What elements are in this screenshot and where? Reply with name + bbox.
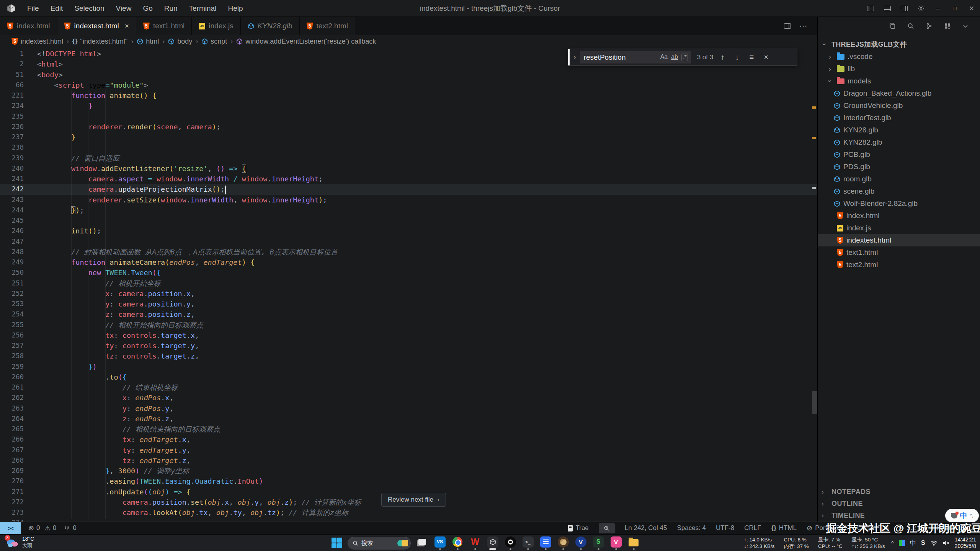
copy-pages-icon[interactable] [889,23,896,29]
tree-item-InteriorTest.glb[interactable]: InteriorTest.glb [818,112,980,124]
code-line-66[interactable]: 66 <script type="module"> [0,80,817,90]
menu-terminal[interactable]: Terminal [183,4,222,13]
tree-item-text1.html[interactable]: 5text1.html [818,246,980,259]
tree-item-KYN28.glb[interactable]: KYN28.glb [818,124,980,136]
trae-indicator[interactable]: Trae [568,524,588,532]
extensions-icon[interactable] [944,23,951,29]
tree-item-indextest.html[interactable]: 5indextest.html [818,234,980,246]
volume-muted-icon[interactable] [942,540,950,546]
code-line-274[interactable]: 274 [0,518,817,522]
code-editor[interactable]: 1<!DOCTYPE html>2<html>51<body>66 <scrip… [0,47,817,522]
split-editor-icon[interactable] [784,23,791,29]
breadcrumb-item[interactable]: window.addEventListener('resize') callba… [236,37,376,46]
ime-mode-indicator[interactable]: 中 [910,539,916,547]
tree-item-text2.html[interactable]: 5text2.html [818,259,980,271]
code-line-234[interactable]: 234 } [0,101,817,111]
sogou-icon[interactable]: S [921,540,925,546]
color-ime-icon[interactable] [899,540,905,546]
tree-item-scene.glb[interactable]: scene.glb [818,185,980,197]
tree-item-room.glb[interactable]: room.glb [818,173,980,185]
code-line-221[interactable]: 221 function animate() { [0,90,817,101]
close-icon[interactable]: × [125,22,129,30]
close-button[interactable]: × [963,0,980,17]
code-line-265[interactable]: 265 // 相机结束指向的目标观察点 [0,424,817,434]
match-case-icon[interactable]: Aa [660,54,668,61]
tree-item-GroundVehicle.glb[interactable]: GroundVehicle.glb [818,99,980,112]
code-line-263[interactable]: 263 y: endPos.y, [0,403,817,414]
code-line-238[interactable]: 238 [0,142,817,153]
code-line-245[interactable]: 245 [0,215,817,226]
code-line-266[interactable]: 266 tx: endTarget.x, [0,434,817,445]
tree-item-.vscode[interactable]: ›.vscode [818,51,980,63]
status-spaces-4[interactable]: Spaces: 4 [677,524,706,532]
code-line-246[interactable]: 246 init(); [0,226,817,236]
code-line-259[interactable]: 259 }) [0,362,817,372]
code-line-252[interactable]: 252 x: camera.position.x, [0,289,817,299]
tree-item-index.js[interactable]: JSindex.js [818,222,980,234]
stat-column[interactable]: 显卡: 7 %CPU: -- °C [818,536,843,549]
code-line-242[interactable]: 242 camera.updateProjectionMatrix(); [0,184,817,194]
tree-item-KYN282.glb[interactable]: KYN282.glb [818,136,980,148]
find-close-icon[interactable]: × [761,53,771,62]
breadcrumb-item[interactable]: 5indextest.html [11,37,63,46]
code-line-239[interactable]: 239 // 窗口自适应 [0,153,817,163]
code-line-247[interactable]: 247 [0,236,817,247]
tab-index.html[interactable]: 5index.html [0,17,57,35]
menu-go[interactable]: Go [137,4,158,13]
problems-indicator[interactable]: ⊗ 0 ⚠ 0 [28,524,56,532]
taskbar-app-wps[interactable]: W [469,535,482,551]
code-line-244[interactable]: 244 }); [0,205,817,215]
taskbar-app-darkapp[interactable]: S [592,535,605,551]
code-line-237[interactable]: 237 } [0,132,817,142]
stat-column[interactable]: ↑: 14.0 KB/s↓: 242.3 KB/s [744,536,774,549]
code-line-236[interactable]: 236 renderer.render(scene, camera); [0,122,817,132]
ime-indicator[interactable]: 中 °, [945,509,979,522]
tree-item-lib[interactable]: ›lib [818,63,980,75]
code-line-261[interactable]: 261 // 结束相机坐标 [0,382,817,393]
code-line-254[interactable]: 254 z: camera.position.z, [0,309,817,320]
toggle-sidebar-right-icon[interactable] [896,0,913,17]
minimize-button[interactable]: – [929,0,946,17]
breadcrumb-item[interactable]: body [168,37,192,46]
taskbar-app-folder[interactable] [627,535,640,551]
wifi-icon[interactable] [930,540,938,546]
find-next-icon[interactable]: ↓ [732,53,742,62]
taskbar-app-cursor[interactable] [486,535,499,551]
taskbar-app-terminal[interactable]: >_ [521,535,534,551]
code-line-243[interactable]: 243 renderer.setSize(window.innerWidth, … [0,195,817,205]
tab-KYN28.glb[interactable]: KYN28.glb [241,17,300,35]
code-line-267[interactable]: 267 ty: endTarget.y, [0,445,817,455]
code-line-250[interactable]: 250 new TWEEN.Tween({ [0,267,817,278]
tab-text1.html[interactable]: 5text1.html [136,17,192,35]
section-outline[interactable]: ›OUTLINE [818,498,980,510]
tree-item-PCB.glb[interactable]: PCB.glb [818,148,980,161]
code-line-270[interactable]: 270 .easing(TWEEN.Easing.Quadratic.InOut… [0,476,817,486]
taskbar-app-vscode[interactable]: VS [433,535,446,551]
code-line-253[interactable]: 253 y: camera.position.y, [0,299,817,309]
menu-edit[interactable]: Edit [45,4,69,13]
more-actions-icon[interactable]: ⋯ [799,21,807,31]
stat-column[interactable]: 显卡: 50 °C↑↓: 256.3 KB/s [852,536,885,549]
menu-file[interactable]: File [21,4,45,13]
review-next-file-button[interactable]: Review next file › [381,493,446,507]
source-control-icon[interactable] [926,23,933,29]
section-notepads[interactable]: ›NOTEPADS [818,486,980,498]
toggle-panel-icon[interactable] [879,0,896,17]
taskbar-app-pinkapp[interactable]: V [609,535,622,551]
weather-widget[interactable]: 8 18°C 大雨 [5,536,34,549]
code-line-273[interactable]: 273 camera.lookAt(obj.tx, obj.ty, obj.tz… [0,507,817,518]
breadcrumb-item[interactable]: script [201,37,227,46]
tree-root[interactable]: ›THREEJS加载GLB文件 [818,38,980,51]
language-mode[interactable]: {}HTML [771,524,797,532]
status-ln-242-col-45[interactable]: Ln 242, Col 45 [625,524,667,532]
taskbar-app-task-view[interactable] [416,535,429,551]
code-line-255[interactable]: 255 // 相机开始指向的目标观察点 [0,320,817,330]
taskbar-app-notes[interactable] [539,535,552,551]
code-line-248[interactable]: 248 // 封装相机动画函数 从A点到B点 ，A点表示相机当前位置, B点表示… [0,247,817,257]
maximize-button[interactable]: □ [946,0,963,17]
feedback-indicator[interactable]: 0 [64,524,76,532]
menu-help[interactable]: Help [222,4,248,13]
tray-expand-icon[interactable]: ^ [891,540,894,546]
code-line-269[interactable]: 269 }, 3000) // 调整y坐标 [0,466,817,476]
code-line-240[interactable]: 240 window.addEventListener('resize', ()… [0,163,817,174]
